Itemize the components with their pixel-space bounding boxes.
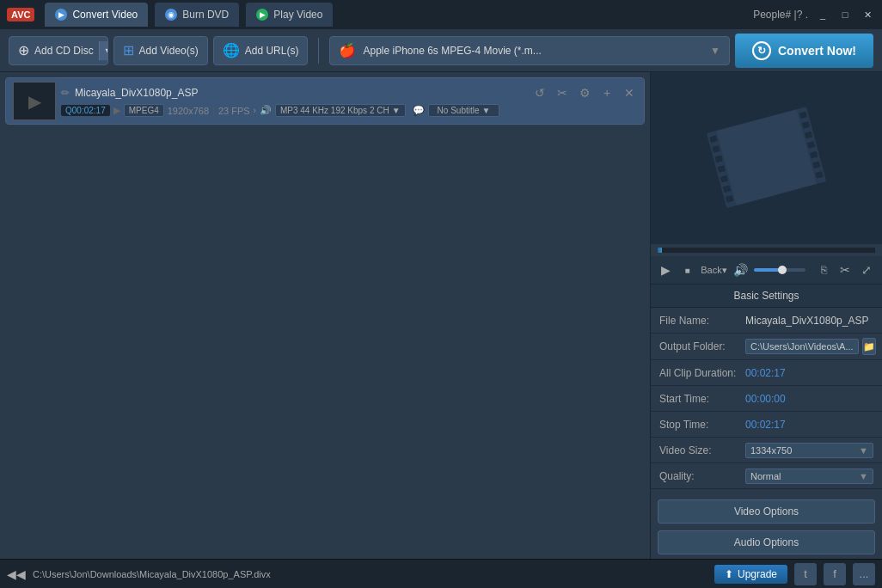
stop-button[interactable]: ■	[679, 261, 695, 279]
nav-back-icon[interactable]: ◀◀	[7, 567, 26, 581]
quality-selector[interactable]: Normal ▼	[745, 469, 873, 484]
meta-format-icon: ▶	[113, 105, 120, 116]
volume-track[interactable]	[754, 268, 805, 272]
file-item: ▶ ✏ Micayala_DivX1080p_ASP ↺ ✂ ⚙ + ✕	[5, 77, 645, 125]
play-video-icon: ▶	[256, 9, 268, 21]
video-options-button[interactable]: Video Options	[658, 499, 875, 524]
tab-play-label: Play Video	[273, 9, 322, 21]
remove-icon[interactable]: ✕	[622, 85, 637, 101]
play-button[interactable]: ▶	[658, 261, 674, 279]
add-video-button[interactable]: ⊞ Add Video(s)	[113, 36, 208, 65]
statusbar: ◀◀ C:\Users\Jon\Downloads\Micayala_DivX1…	[0, 559, 882, 588]
upgrade-arrow-icon: ⬆	[725, 568, 733, 580]
quality-label: Quality:	[659, 470, 745, 482]
output-folder-selector[interactable]: C:\Users\Jon\Videos\A...	[745, 339, 859, 354]
setting-clip-duration: All Clip Duration: 00:02:17	[651, 360, 882, 386]
quality-value: Normal	[750, 471, 781, 481]
tab-burn-label: Burn DVD	[182, 9, 229, 21]
file-fps: 23 FPS	[218, 106, 250, 116]
maximize-button[interactable]: □	[837, 7, 853, 22]
app-logo: AVC	[7, 8, 34, 21]
upgrade-button[interactable]: ⬆ Upgrade	[714, 565, 787, 584]
progress-bar[interactable]	[658, 248, 875, 253]
titlebar: AVC ▶ Convert Video ◉ Burn DVD ▶ Play Vi…	[0, 0, 882, 29]
volume-slider[interactable]	[754, 268, 805, 272]
add-video-label: Add Video(s)	[139, 45, 199, 57]
add-url-label: Add URL(s)	[245, 45, 299, 57]
upgrade-label: Upgrade	[738, 568, 777, 580]
format-arrow-icon: ▼	[710, 45, 720, 57]
add-cd-arrow-icon[interactable]: ▼	[99, 41, 108, 60]
setting-output-folder: Output Folder: C:\Users\Jon\Videos\A... …	[651, 334, 882, 360]
video-size-selector[interactable]: 1334x750 ▼	[745, 443, 873, 458]
clip-duration-value: 00:02:17	[745, 367, 873, 379]
file-name-label: File Name:	[659, 315, 745, 327]
stop-time-value: 00:02:17	[745, 419, 873, 431]
window-title: People# |? .	[753, 9, 808, 21]
volume-thumb[interactable]	[778, 266, 787, 274]
audio-options-button[interactable]: Audio Options	[658, 530, 875, 554]
right-panel: ▶ ■ Back▾ 🔊 ⎘ ✂ ⤢ Basic Settings File Na…	[650, 72, 882, 559]
add-cd-button[interactable]: ⊕ Add CD Disc ▼	[9, 36, 108, 65]
audio-selector[interactable]: MP3 44 KHz 192 Kbps 2 CH ▼	[275, 104, 406, 117]
output-folder-value: C:\Users\Jon\Videos\A...	[750, 341, 854, 352]
copy-icon[interactable]: ⎘	[816, 261, 832, 279]
file-format: MPEG4	[124, 104, 164, 117]
film-strip-icon	[701, 101, 830, 212]
minimize-button[interactable]: _	[815, 7, 830, 22]
video-size-label: Video Size:	[659, 444, 745, 456]
start-time-label: Start Time:	[659, 393, 745, 405]
stop-time-label: Stop Time:	[659, 419, 745, 431]
cut-controls-icon[interactable]: ✂	[837, 261, 854, 279]
more-button[interactable]: ...	[853, 563, 875, 585]
tab-burn-dvd[interactable]: ◉ Burn DVD	[155, 3, 239, 27]
format-display-button[interactable]: 🍎 Apple iPhone 6s MPEG-4 Movie (*.m... ▼	[329, 36, 730, 65]
player-controls: ▶ ■ Back▾ 🔊 ⎘ ✂ ⤢	[651, 256, 882, 284]
edit-icon: ✏	[61, 87, 70, 99]
expand-icon[interactable]: ⤢	[859, 261, 875, 279]
add-cd-icon: ⊕	[18, 42, 29, 58]
tab-convert-video[interactable]: ▶ Convert Video	[45, 3, 148, 27]
format-selector: 🍎 Apple iPhone 6s MPEG-4 Movie (*.m... ▼	[329, 36, 730, 65]
add-icon[interactable]: +	[599, 85, 615, 101]
convert-icon: ↻	[752, 41, 771, 60]
tab-play-video[interactable]: ▶ Play Video	[246, 3, 333, 27]
audio-track-label: MP3 44 KHz 192 Kbps 2 CH	[280, 106, 389, 115]
preview-area	[651, 72, 882, 244]
setting-stop-time: Stop Time: 00:02:17	[651, 412, 882, 438]
file-name-value: Micayala_DivX1080p_ASP	[745, 315, 873, 327]
tab-convert-label: Convert Video	[72, 9, 138, 21]
cut-icon[interactable]: ✂	[554, 85, 570, 101]
more-icon: ...	[860, 567, 869, 580]
add-video-icon: ⊞	[123, 42, 134, 58]
back-label: Back▾	[701, 265, 726, 276]
toolbar: ⊕ Add CD Disc ▼ ⊞ Add Video(s) 🌐 Add URL…	[0, 29, 882, 72]
setting-video-size: Video Size: 1334x750 ▼	[651, 438, 882, 463]
refresh-icon[interactable]: ↺	[532, 85, 548, 101]
convert-now-button[interactable]: ↻ Convert Now!	[735, 34, 873, 68]
setting-quality: Quality: Normal ▼	[651, 463, 882, 489]
output-folder-label: Output Folder:	[659, 340, 745, 352]
file-header: ▶ ✏ Micayala_DivX1080p_ASP ↺ ✂ ⚙ + ✕	[6, 78, 644, 124]
start-time-value: 00:00:00	[745, 393, 873, 405]
add-url-button[interactable]: 🌐 Add URL(s)	[213, 36, 309, 65]
facebook-icon: f	[833, 567, 836, 580]
file-info: ✏ Micayala_DivX1080p_ASP ↺ ✂ ⚙ + ✕ Q00:0…	[61, 85, 637, 117]
clip-duration-label: All Clip Duration:	[659, 367, 745, 379]
twitter-button[interactable]: t	[794, 563, 817, 585]
add-url-icon: 🌐	[223, 42, 240, 58]
titlebar-controls: People# |? . _ □ ✕	[753, 7, 875, 22]
facebook-button[interactable]: f	[824, 563, 846, 585]
audio-icon: 🔊	[260, 105, 272, 116]
volume-icon[interactable]: 🔊	[732, 261, 749, 279]
convert-video-icon: ▶	[55, 9, 67, 21]
apple-icon: 🍎	[339, 42, 356, 58]
subtitle-selector[interactable]: No Subtitle ▼	[428, 104, 500, 117]
toolbar-separator	[318, 38, 319, 64]
twitter-icon: t	[804, 567, 807, 580]
browse-folder-button[interactable]: 📁	[862, 338, 876, 355]
settings-panel: Basic Settings File Name: Micayala_DivX1…	[651, 284, 882, 559]
settings-icon[interactable]: ⚙	[577, 85, 592, 101]
close-button[interactable]: ✕	[860, 7, 875, 22]
burn-dvd-icon: ◉	[165, 9, 177, 21]
